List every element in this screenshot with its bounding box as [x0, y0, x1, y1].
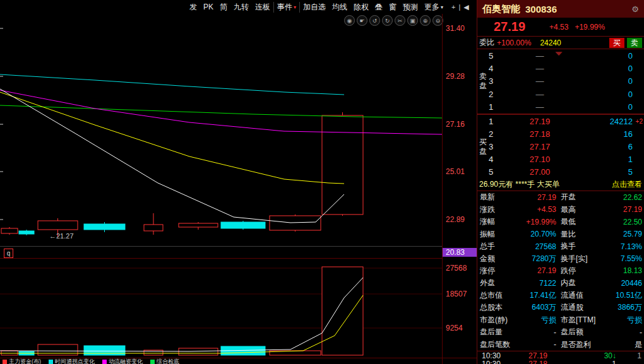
screenshot-icon[interactable]: ▣	[407, 15, 418, 26]
weibi-value: +100.00%	[497, 38, 531, 47]
order-volume: 0	[581, 76, 633, 86]
stats-row: 市盈(静)亏损市盈[TTM]亏损	[477, 314, 644, 326]
tick-list: 10:3027.1930↓110:3027.181	[477, 351, 644, 364]
tab-marker-icon	[49, 360, 53, 364]
weibi-label: 委比	[479, 37, 494, 48]
tab-label: 综合检底	[157, 358, 179, 364]
stat-value: 25.79	[599, 230, 644, 238]
buy-row[interactable]: 327.176	[489, 140, 644, 153]
sell-row[interactable]: 1—0	[489, 101, 644, 114]
buy-button[interactable]: 买	[609, 38, 624, 48]
pane-divider: q	[0, 246, 442, 259]
gear-icon[interactable]: ⚙	[631, 4, 639, 14]
toolbar-button-nine-turn[interactable]: 九转	[230, 2, 252, 13]
stat-label: 最新	[477, 192, 511, 203]
toolbar-button-moving-average[interactable]: 均线	[329, 2, 350, 13]
stat-label: 换手	[558, 241, 599, 252]
stat-value: -	[599, 328, 644, 337]
price-axis-label: 25.01	[446, 167, 465, 176]
stat-value: 7.55%	[599, 254, 644, 263]
big-order-notice: 26.90元有 ****手 大买单 点击查看	[477, 179, 644, 191]
stat-label: 开盘	[558, 192, 599, 203]
tick-volume: 30↓	[547, 351, 628, 360]
toolbar-button-publish[interactable]: 发	[186, 2, 200, 13]
buy-row[interactable]: 127.1924212+2	[489, 115, 644, 127]
ma-line-cyan	[0, 74, 344, 95]
bottom-tab-3[interactable]: 综合检底	[150, 358, 179, 364]
weibi-row: 委比 +100.00% 24240 买 卖	[477, 36, 644, 49]
eye-icon[interactable]: ◉	[344, 15, 355, 26]
buy-row[interactable]: 227.1816	[489, 127, 644, 140]
redo-icon[interactable]: ↻	[382, 15, 393, 26]
ma-line-green	[0, 105, 442, 118]
bottom-tab-2[interactable]: 动流融资变化	[102, 358, 143, 364]
undo-icon[interactable]: ↺	[369, 15, 380, 26]
sell-row[interactable]: 2—0	[489, 88, 644, 100]
order-extra: +2	[633, 118, 644, 125]
bottom-tab-bar: 主力资金(布)时间通拐点变化动流融资变化综合检底	[0, 358, 479, 364]
tick-row[interactable]: 10:3027.181	[477, 360, 644, 364]
dropdown-arrow-icon: ▾	[441, 4, 443, 10]
order-price: —	[499, 90, 581, 99]
volume-axis-label: 27568	[446, 264, 467, 273]
volume-chart-svg	[0, 259, 442, 358]
stat-label: 最低	[558, 216, 599, 227]
buy-row[interactable]: 527.005	[489, 166, 644, 179]
toolbar-button-window[interactable]: 窗	[386, 2, 400, 13]
tick-count: 1	[628, 351, 644, 360]
sell-row[interactable]: 4—0	[489, 62, 644, 74]
sell-button[interactable]: 卖	[627, 38, 642, 48]
stat-value: 是	[599, 339, 644, 350]
kline-chart-pane[interactable]: ←21.27 ◉☛↺↻✂▣⊕⊖	[0, 14, 442, 246]
stats-row: 涨停27.19跌停18.13	[477, 265, 644, 277]
stat-value: 27.19	[599, 205, 644, 214]
toolbar-button-exrights[interactable]: 除权	[350, 2, 372, 13]
order-volume: 16	[581, 129, 633, 139]
bottom-tab-0[interactable]: 主力资金(布)	[3, 358, 41, 364]
notice-link[interactable]: 点击查看	[612, 179, 642, 190]
stat-label: 量比	[558, 229, 599, 240]
cut-icon[interactable]: ✂	[395, 15, 405, 26]
toolbar-button-more[interactable]: 更多▾	[421, 2, 446, 13]
order-price: 27.17	[499, 142, 581, 151]
weicha-value: 24240	[540, 38, 561, 47]
candle-body	[1, 228, 18, 233]
toolbar-button-overlay[interactable]: 叠	[372, 2, 386, 13]
order-level: 3	[489, 142, 499, 151]
order-level: 1	[489, 102, 499, 112]
buy-row[interactable]: 427.101	[489, 153, 644, 166]
price-axis-highlight: 20.83	[443, 248, 477, 257]
stat-label: 盘后量	[477, 327, 511, 338]
orderbook-marker-icon[interactable]: ▼	[553, 50, 565, 57]
sell-row[interactable]: 3—0	[489, 75, 644, 88]
toolbar-button-add-watchlist[interactable]: 加自选	[299, 2, 329, 13]
hand-icon[interactable]: ☛	[357, 15, 367, 26]
add-icon[interactable]: +	[451, 3, 455, 11]
tab-label: 主力资金(布)	[9, 358, 41, 364]
volume-pane[interactable]	[0, 259, 442, 358]
volume-axis-label: 9254	[446, 324, 463, 332]
tab-label: 时间通拐点变化	[55, 358, 95, 364]
candle-body	[221, 222, 265, 228]
toolbar-button-events[interactable]: 事件▾	[273, 2, 299, 13]
toolbar-button-forecast[interactable]: 预测	[400, 2, 421, 13]
sell-row[interactable]: 5—0	[489, 49, 644, 62]
toolbar-button-simple[interactable]: 简	[217, 2, 230, 13]
toolbar-button-pk[interactable]: PK	[200, 3, 217, 11]
price-axis-label: 29.28	[446, 72, 465, 81]
bottom-tab-1[interactable]: 时间通拐点变化	[49, 358, 95, 364]
buy-rows: 127.1924212+2227.1816327.176427.101527.0…	[489, 115, 644, 179]
order-volume: 5	[581, 167, 633, 177]
order-volume: 0	[581, 102, 633, 112]
zoom-in-icon[interactable]: ⊕	[420, 15, 431, 26]
toolbar-button-consecutive-limit[interactable]: 连板	[252, 2, 273, 13]
stat-label: 盘后笔数	[477, 339, 511, 350]
stat-label: 跌停	[558, 266, 599, 276]
stat-value: 17.41亿	[511, 290, 558, 301]
collapse-icon[interactable]: ◀	[463, 3, 468, 11]
toolbar-separator[interactable]: |	[458, 3, 460, 11]
stats-row: 外盘7122内盘20446	[477, 277, 644, 289]
order-price: —	[499, 51, 581, 61]
indicator-tag[interactable]: q	[4, 249, 13, 258]
tick-row[interactable]: 10:3027.1930↓1	[477, 351, 644, 360]
